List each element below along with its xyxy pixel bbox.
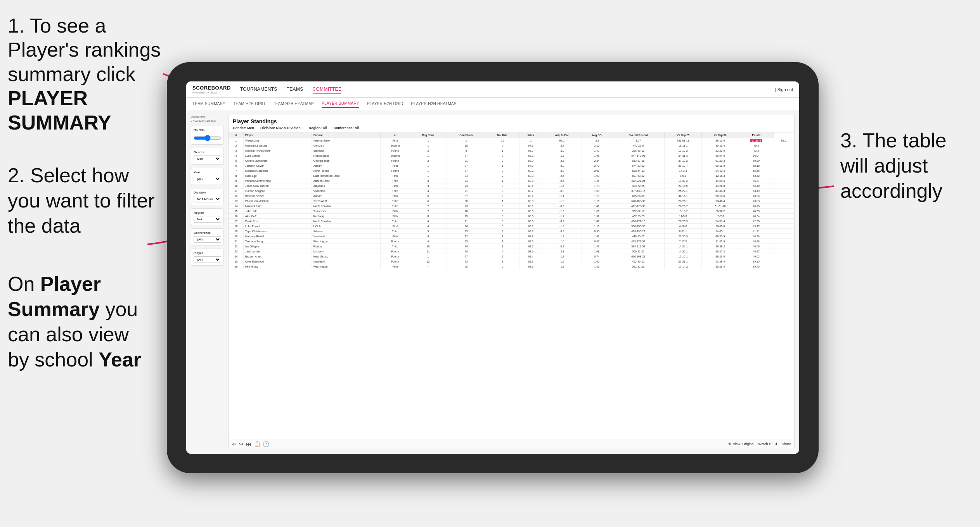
- table-cell: Fifth: [381, 264, 410, 269]
- table-cell: Preston Summerhays: [244, 178, 312, 183]
- table-row[interactable]: 14Maxwell FordNorth CarolinaThird723069.…: [229, 204, 794, 209]
- table-cell: Third: [381, 244, 410, 249]
- nav-teams[interactable]: TEAMS: [287, 85, 303, 94]
- table-cell: -0.9: [542, 244, 582, 249]
- table-cell: Michael Le Sassie: [244, 143, 312, 148]
- col-adj: Adj. to Par: [542, 133, 582, 138]
- table-row[interactable]: 19Tiger ChristensenArizonaThird523269.2-…: [229, 229, 794, 234]
- table-cell: 5: [410, 229, 447, 234]
- table-cell: 29-38-2: [701, 244, 739, 249]
- table-cell: Tiger Christensen: [244, 229, 312, 234]
- table-row[interactable]: 2Michael Le SassieOle MissSecond118067.1…: [229, 143, 794, 148]
- table-row[interactable]: 3Michael ThorbjornsenStanfordFourth28168…: [229, 148, 794, 153]
- no-rds-slider[interactable]: [194, 135, 221, 141]
- table-cell: 69.3: [519, 259, 542, 264]
- table-row[interactable]: 23Jack LundinMissouriFourth1124068.6-2.3…: [229, 249, 794, 254]
- player-select[interactable]: (All): [194, 256, 221, 263]
- conference-select[interactable]: (All): [194, 236, 221, 243]
- view-original[interactable]: 👁 View: Original: [728, 442, 754, 446]
- table-cell: 13: [229, 199, 244, 204]
- table-row[interactable]: 7Nicholas GabrelcikNorth FloridaFourth12…: [229, 168, 794, 173]
- nav-right: | Sign out: [775, 87, 793, 92]
- table-cell: Fourth: [381, 148, 410, 153]
- table-cell: 31-15-1: [665, 194, 702, 199]
- table-row[interactable]: 12Brendan ValdesAuburnFifth537068.4-1.11…: [229, 194, 794, 199]
- sub-nav-player-h2h-heatmap[interactable]: PLAYER H2H HEATMAP: [411, 100, 457, 107]
- table-row[interactable]: 17David FordNorth CarolinaThird421069.0-…: [229, 219, 794, 224]
- table-cell: 0.96: [582, 229, 612, 234]
- region-filter: Region N/A: [191, 208, 224, 225]
- sub-nav-player-summary[interactable]: PLAYER SUMMARY: [322, 100, 359, 108]
- table-row[interactable]: 6Jackson KoivunAuburnFirst127167.3-2.02.…: [229, 163, 794, 168]
- table-cell: 68.3: [519, 173, 542, 178]
- nav-sign-in[interactable]: | Sign out: [775, 87, 793, 92]
- table-row[interactable]: 20Matthew RiedelVanderbiltFifth922168.8-…: [229, 234, 794, 239]
- table-cell: -2.5: [542, 173, 582, 178]
- table-row[interactable]: 4Luke ClatonFlorida StateSecond127268.2-…: [229, 153, 794, 158]
- table-cell: 1: [447, 138, 486, 143]
- table-cell: 40.27: [739, 249, 774, 254]
- table-cell: Bastien Amat: [244, 254, 312, 259]
- table-row[interactable]: 18Luke PowellUCLAFirst424069.1-1.81.1350…: [229, 224, 794, 229]
- sub-nav-team-h2h-grid[interactable]: TEAM H2H GRID: [233, 100, 265, 107]
- undo-btn[interactable]: ↩: [232, 441, 237, 447]
- table-cell: Third: [381, 204, 410, 209]
- sub-nav-player-h2h-grid[interactable]: PLAYER H2H GRID: [367, 100, 403, 107]
- nav-tournaments[interactable]: TOURNAMENTS: [240, 85, 277, 94]
- table-cell: -1.2: [542, 234, 582, 239]
- table-row[interactable]: 25Cole SherwoodVanderbiltFourth1223169.3…: [229, 259, 794, 264]
- gender-select[interactable]: Men: [194, 156, 221, 162]
- col-overall: Overall Record: [612, 133, 664, 138]
- table-cell: 7: [410, 264, 447, 269]
- table-row[interactable]: 10Jacob Skov OlesenArkansasFifth323068.4…: [229, 183, 794, 188]
- download-btn[interactable]: ⬇: [775, 442, 778, 446]
- tablet-frame: SCOREBOARD Powered by clippi TOURNAMENTS…: [167, 62, 819, 473]
- nav-committee[interactable]: COMMITTEE: [313, 85, 342, 94]
- table-row[interactable]: 11Gordon SargentVanderbiltThird421068.7-…: [229, 188, 794, 194]
- table-cell: Florida: [312, 244, 380, 249]
- table-row[interactable]: 15Jake HallTennesseeFifth718068.5-1.51.6…: [229, 209, 794, 214]
- table-cell: Jacob Skov Olesen: [244, 183, 312, 188]
- table-cell: Fourth: [381, 239, 410, 244]
- table-cell: 69.0: [519, 199, 542, 204]
- skip-back-btn[interactable]: ⏮: [246, 441, 251, 447]
- table-cell: 73.3: [739, 148, 774, 153]
- table-row[interactable]: 1Wenyi DingArizona StateFirst1115167.1-3…: [229, 138, 794, 143]
- table-row[interactable]: 26Petr HrubyWashingtonFifth725068.6-1.81…: [229, 264, 794, 269]
- table-cell: 25: [447, 264, 486, 269]
- table-row[interactable]: 21Taehoon SongWashingtonFourth423169.1-1…: [229, 239, 794, 244]
- table-cell: 24: [447, 173, 486, 178]
- table-cell: Fifth: [381, 173, 410, 178]
- region-select[interactable]: N/A: [194, 216, 221, 223]
- division-select[interactable]: NCAA Division I: [194, 196, 221, 202]
- table-row[interactable]: 9Preston SummerhaysArizona StateThird324…: [229, 178, 794, 183]
- table-cell: 40.55: [739, 209, 774, 214]
- update-time-group: Update time: 27/03/2024 16:56:26: [191, 115, 224, 123]
- table-row[interactable]: 24Bastien AmatNew MexicoFourth127269.4-1…: [229, 254, 794, 259]
- redo-btn[interactable]: ↪: [239, 441, 244, 447]
- table-cell: 3.10: [582, 143, 612, 148]
- clock-btn[interactable]: 🕐: [263, 441, 269, 447]
- table-cell: 5: [410, 194, 447, 199]
- table-cell: 25: [229, 259, 244, 264]
- year-select[interactable]: (All): [194, 176, 221, 182]
- table-row[interactable]: 22Ian GilliganFloridaThird1024168.7-0.91…: [229, 244, 794, 249]
- watch-btn[interactable]: Watch ▾: [758, 442, 771, 446]
- share-btn[interactable]: Share: [782, 442, 791, 446]
- sub-nav-team-summary[interactable]: TEAM SUMMARY: [192, 100, 225, 107]
- table-cell: 2.34: [582, 158, 612, 163]
- table-body: 1Wenyi DingArizona StateFirst1115167.1-3…: [229, 138, 794, 269]
- table-cell: 1.41: [582, 204, 612, 209]
- table-row[interactable]: 5Christo LamprechtGeorgia TechFourth2212…: [229, 158, 794, 163]
- table-cell: 2: [486, 229, 519, 234]
- share-label: Share: [782, 442, 791, 446]
- table-cell: Florida State: [312, 153, 380, 158]
- table-row[interactable]: 13Phichaksn MaichonTexas A&MThird630169.…: [229, 199, 794, 204]
- sub-nav-team-h2h-heatmap[interactable]: TEAM H2H HEATMAP: [273, 100, 314, 107]
- table-row[interactable]: 16Alex GoffKentuckyFifth819068.3-1.71.92…: [229, 214, 794, 219]
- table-row[interactable]: 8Mats EgeEast Tennessee StateFifth124268…: [229, 173, 794, 178]
- table-cell: 68.7: [519, 148, 542, 153]
- table-cell: 7: [410, 204, 447, 209]
- table-cell: 4: [410, 239, 447, 244]
- clip-btn[interactable]: 📋: [254, 441, 260, 447]
